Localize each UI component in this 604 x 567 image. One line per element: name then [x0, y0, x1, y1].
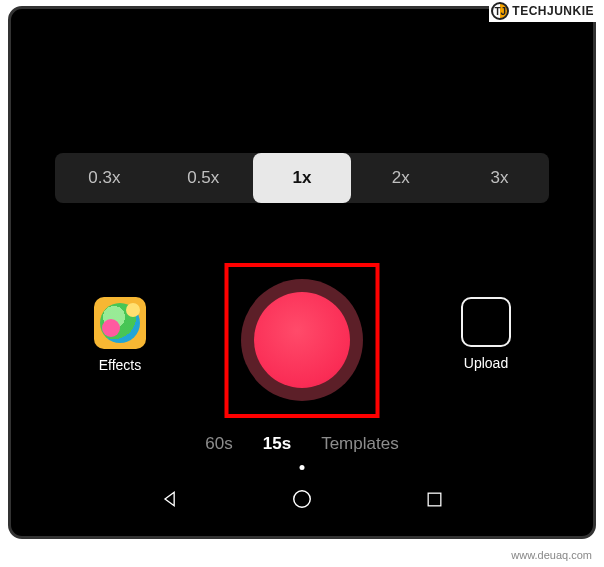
- android-nav-bar: [21, 478, 583, 520]
- nav-recent-button[interactable]: [423, 488, 445, 510]
- upload-button[interactable]: Upload: [451, 297, 521, 371]
- nav-back-button[interactable]: [159, 488, 181, 510]
- speed-option-1x[interactable]: 1x: [253, 153, 352, 203]
- nav-home-button[interactable]: [291, 488, 313, 510]
- camera-screen: 0.3x 0.5x 1x 2x 3x Effects Upload 60s: [21, 19, 583, 526]
- source-credit: www.deuaq.com: [511, 549, 592, 561]
- mode-tab-60s[interactable]: 60s: [205, 434, 232, 454]
- triangle-back-icon: [160, 489, 180, 509]
- upload-icon: [461, 297, 511, 347]
- svg-point-0: [294, 491, 311, 508]
- screenshot-frame: 0.3x 0.5x 1x 2x 3x Effects Upload 60s: [8, 6, 596, 539]
- effects-button[interactable]: Effects: [85, 297, 155, 373]
- speed-option-0-5x[interactable]: 0.5x: [154, 153, 253, 203]
- square-recent-icon: [425, 490, 444, 509]
- speed-selector: 0.3x 0.5x 1x 2x 3x: [55, 153, 549, 203]
- speed-option-3x[interactable]: 3x: [450, 153, 549, 203]
- record-icon: [254, 292, 350, 388]
- techjunkie-brand-text: TECHJUNKIE: [512, 4, 594, 18]
- mode-tab-templates[interactable]: Templates: [321, 434, 398, 454]
- effects-label: Effects: [85, 357, 155, 373]
- mode-selector: 60s 15s Templates: [21, 434, 583, 454]
- mode-tab-15s[interactable]: 15s: [263, 434, 291, 454]
- record-row: Effects Upload: [21, 267, 583, 437]
- techjunkie-logo-icon: TJ: [491, 2, 509, 20]
- mode-indicator-dot: [300, 465, 305, 470]
- svg-rect-1: [428, 493, 441, 506]
- effects-icon: [94, 297, 146, 349]
- record-button[interactable]: [241, 279, 363, 401]
- speed-option-2x[interactable]: 2x: [351, 153, 450, 203]
- upload-label: Upload: [451, 355, 521, 371]
- circle-home-icon: [291, 488, 313, 510]
- techjunkie-watermark: TJ TECHJUNKIE: [489, 0, 596, 22]
- speed-option-0-3x[interactable]: 0.3x: [55, 153, 154, 203]
